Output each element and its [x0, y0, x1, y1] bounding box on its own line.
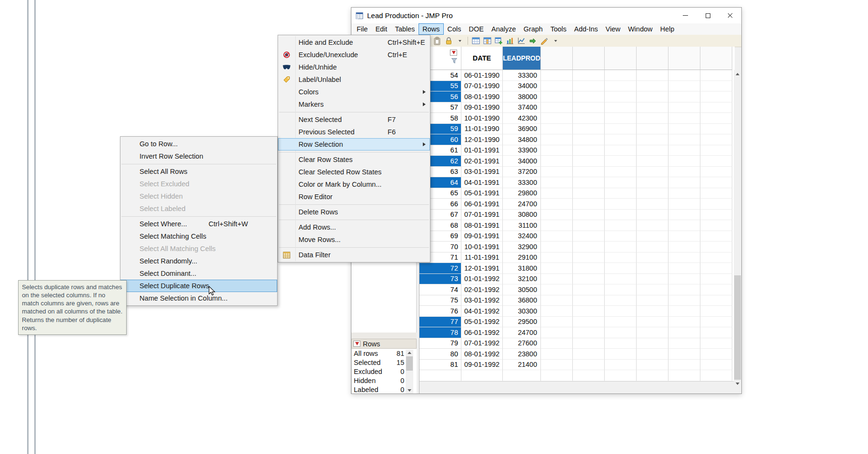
empty-cell[interactable]: [541, 113, 573, 124]
menu-item-row-editor[interactable]: Row Editor: [278, 191, 430, 203]
empty-cell[interactable]: [668, 91, 700, 102]
lock-icon[interactable]: [443, 36, 454, 46]
empty-cell[interactable]: [541, 177, 573, 188]
menubar-item-window[interactable]: Window: [624, 23, 657, 35]
line-chart-icon[interactable]: [516, 36, 527, 46]
leadprod-cell[interactable]: 32900: [503, 242, 541, 252]
empty-cell[interactable]: [637, 263, 668, 274]
scrollbar-thumb[interactable]: [734, 275, 741, 380]
empty-cell[interactable]: [573, 338, 605, 349]
column-header-empty[interactable]: [605, 47, 637, 70]
menu-item-select-labeled[interactable]: Select Labeled: [120, 202, 277, 215]
leadprod-cell[interactable]: 34000: [503, 156, 541, 167]
column-header-empty[interactable]: [573, 47, 605, 70]
empty-cell[interactable]: [637, 317, 668, 328]
empty-cell[interactable]: [605, 338, 637, 349]
minimize-button[interactable]: [674, 8, 697, 23]
row-number-cell[interactable]: 74: [419, 284, 461, 295]
empty-cell[interactable]: [605, 327, 637, 338]
export-icon[interactable]: [528, 36, 538, 46]
empty-cell[interactable]: [541, 102, 573, 113]
menubar-item-tables[interactable]: Tables: [391, 23, 419, 35]
empty-cell[interactable]: [573, 242, 605, 252]
empty-cell[interactable]: [605, 231, 637, 242]
empty-cell[interactable]: [637, 220, 668, 231]
empty-cell[interactable]: [605, 113, 637, 124]
empty-cell[interactable]: [668, 360, 700, 371]
empty-cell[interactable]: [637, 242, 668, 252]
empty-cell[interactable]: [700, 317, 732, 328]
empty-cell[interactable]: [573, 360, 605, 371]
date-cell[interactable]: 01-01-1991: [461, 145, 503, 156]
empty-cell[interactable]: [605, 102, 637, 113]
empty-cell[interactable]: [573, 317, 605, 328]
empty-cell[interactable]: [637, 349, 668, 360]
empty-cell[interactable]: [637, 284, 668, 295]
table-columns-icon[interactable]: [482, 36, 492, 46]
row-number-cell[interactable]: 77: [419, 317, 461, 328]
empty-cell[interactable]: [541, 263, 573, 274]
empty-cell[interactable]: [637, 81, 668, 92]
date-cell[interactable]: 10-01-1990: [461, 113, 503, 124]
empty-cell[interactable]: [637, 102, 668, 113]
empty-cell[interactable]: [700, 231, 732, 242]
empty-cell[interactable]: [637, 167, 668, 178]
leadprod-cell[interactable]: 29500: [503, 317, 541, 328]
empty-cell[interactable]: [637, 360, 668, 371]
empty-cell[interactable]: [573, 156, 605, 167]
empty-cell[interactable]: [700, 199, 732, 210]
empty-cell[interactable]: [668, 188, 700, 199]
empty-cell[interactable]: [605, 167, 637, 178]
empty-cell[interactable]: [700, 210, 732, 221]
empty-cell[interactable]: [700, 220, 732, 231]
empty-cell[interactable]: [573, 81, 605, 92]
close-button[interactable]: [719, 8, 741, 23]
leadprod-cell[interactable]: 30500: [503, 284, 541, 295]
empty-cell[interactable]: [605, 295, 637, 306]
empty-cell[interactable]: [637, 124, 668, 135]
date-cell[interactable]: 06-01-1992: [461, 327, 503, 338]
empty-cell[interactable]: [573, 210, 605, 221]
empty-cell[interactable]: [700, 263, 732, 274]
menu-item-delete-rows[interactable]: Delete Rows: [278, 206, 430, 218]
leadprod-cell[interactable]: 24700: [503, 327, 541, 338]
empty-cell[interactable]: [637, 210, 668, 221]
empty-cell[interactable]: [541, 327, 573, 338]
empty-cell[interactable]: [541, 188, 573, 199]
empty-cell[interactable]: [541, 91, 573, 102]
date-cell[interactable]: 05-01-1992: [461, 317, 503, 328]
row-number-cell[interactable]: 73: [419, 274, 461, 285]
empty-cell[interactable]: [668, 284, 700, 295]
empty-cell[interactable]: [573, 134, 605, 145]
empty-cell[interactable]: [573, 263, 605, 274]
empty-cell[interactable]: [700, 113, 732, 124]
empty-cell[interactable]: [573, 124, 605, 135]
menu-item-exclude-unexclude[interactable]: Exclude/UnexcludeCtrl+E: [278, 49, 430, 61]
leadprod-cell[interactable]: 21400: [503, 360, 541, 371]
empty-cell[interactable]: [605, 188, 637, 199]
empty-cell[interactable]: [637, 252, 668, 263]
date-cell[interactable]: 07-01-1991: [461, 210, 503, 221]
leadprod-cell[interactable]: 32100: [503, 274, 541, 285]
date-cell[interactable]: 05-01-1991: [461, 188, 503, 199]
row-number-cell[interactable]: 76: [419, 306, 461, 317]
date-cell[interactable]: 03-01-1992: [461, 295, 503, 306]
empty-cell[interactable]: [541, 70, 573, 81]
maximize-button[interactable]: [697, 8, 719, 23]
empty-cell[interactable]: [541, 145, 573, 156]
empty-cell[interactable]: [637, 188, 668, 199]
menu-item-name-selection-in-column[interactable]: Name Selection in Column...: [120, 292, 277, 304]
empty-cell[interactable]: [700, 156, 732, 167]
scroll-up-icon[interactable]: [734, 70, 741, 78]
empty-cell[interactable]: [605, 81, 637, 92]
menu-item-label-unlabel[interactable]: Label/Unlabel: [278, 73, 430, 86]
empty-cell[interactable]: [541, 81, 573, 92]
menu-item-select-randomly[interactable]: Select Randomly...: [120, 255, 277, 267]
date-cell[interactable]: 07-01-1990: [461, 81, 503, 92]
empty-cell[interactable]: [668, 81, 700, 92]
menu-item-select-excluded[interactable]: Select Excluded: [120, 178, 277, 190]
menu-item-colors[interactable]: Colors: [278, 86, 430, 98]
empty-cell[interactable]: [573, 327, 605, 338]
empty-cell[interactable]: [605, 91, 637, 102]
empty-cell[interactable]: [605, 145, 637, 156]
